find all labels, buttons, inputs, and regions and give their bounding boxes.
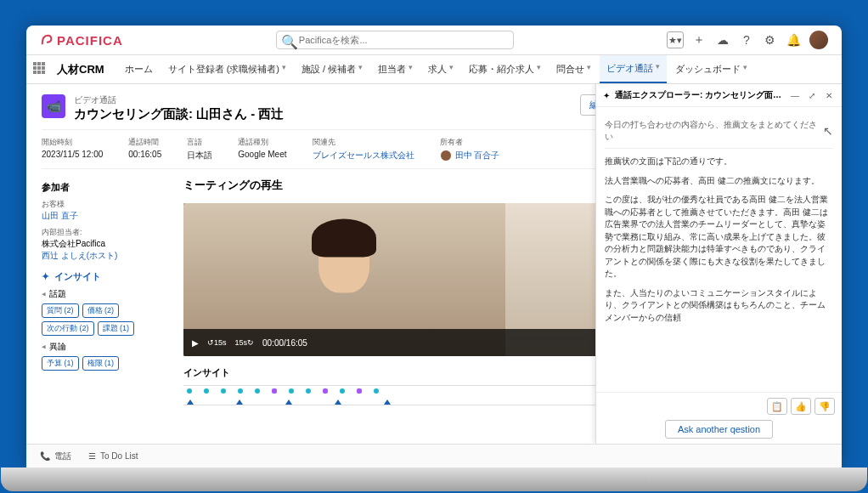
nav-apply[interactable]: 応募・紹介求人▾ — [462, 56, 548, 82]
cursor-icon: ↖ — [823, 124, 833, 138]
search-icon: 🔍 — [281, 34, 298, 50]
favorite-dropdown[interactable]: ★▾ — [667, 31, 684, 48]
objection-tag[interactable]: 権限 (1) — [82, 356, 120, 371]
chevron-down-icon: ▾ — [282, 63, 286, 76]
minimize-icon[interactable]: — — [789, 91, 801, 100]
host-link[interactable]: 西辻 よしえ(ホスト) — [42, 250, 173, 262]
customer-link[interactable]: 山田 直子 — [42, 210, 173, 222]
field-value-duration: 00:16:05 — [128, 150, 161, 159]
org-icon[interactable]: ☁ — [714, 31, 731, 48]
chevron-down-icon: ▾ — [537, 63, 541, 76]
owner-avatar-icon — [440, 150, 452, 162]
chevron-down-icon: ▾ — [449, 63, 454, 76]
objections-section-toggle[interactable]: ▾異論 — [42, 341, 173, 353]
topic-tag[interactable]: 課題 (1) — [98, 321, 135, 336]
topic-tag[interactable]: 質問 (2) — [42, 303, 79, 318]
chat-response-para: 推薦状の文面は下記の通りです。 — [605, 156, 833, 168]
participants-heading: 参加者 — [42, 181, 173, 194]
field-label-duration: 通話時間 — [128, 137, 161, 148]
app-logo: PACIFICA — [40, 33, 123, 48]
topic-tag[interactable]: 価格 (2) — [82, 303, 120, 318]
insights-heading: ✦インサイト — [42, 270, 173, 283]
rewind-15-icon[interactable]: ↺15s — [207, 338, 227, 347]
internal-label: 内部担当者: — [42, 227, 173, 238]
app-name: 人材CRM — [57, 62, 104, 77]
topics-section-toggle[interactable]: ▾話題 — [42, 288, 173, 300]
field-value-language: 日本語 — [187, 150, 212, 162]
play-icon[interactable]: ▶ — [192, 338, 199, 348]
chevron-down-icon: ▾ — [656, 62, 660, 75]
video-time: 00:00/16:05 — [262, 338, 307, 348]
sparkle-icon: ✦ — [603, 91, 610, 100]
chevron-down-icon: ▾ — [587, 63, 591, 76]
nav-video-call[interactable]: ビデオ通話▾ — [600, 55, 667, 83]
field-value-related[interactable]: ブレイズセールス株式会社 — [313, 150, 414, 162]
field-label-language: 言語 — [187, 137, 212, 148]
nav-contact[interactable]: 担当者▾ — [371, 56, 420, 82]
chat-response-para: 法人営業職への応募者、高田 健二の推薦文になります。 — [605, 175, 833, 188]
phone-icon: 📞 — [40, 451, 50, 461]
sparkle-icon: ✦ — [42, 271, 49, 282]
add-icon[interactable]: ＋ — [690, 31, 707, 48]
chat-response-para: また、人当たりのよいコミュニケーションスタイルにより、クライアントとの関係構築は… — [605, 287, 833, 325]
topic-tag[interactable]: 次の行動 (2) — [42, 321, 94, 336]
customer-label: お客様 — [42, 199, 173, 210]
settings-icon[interactable]: ⚙ — [762, 31, 779, 48]
field-value-start: 2023/11/5 12:00 — [42, 150, 103, 159]
ask-another-button[interactable]: Ask another qestion — [665, 420, 773, 439]
nav-inquiry[interactable]: 問合せ▾ — [550, 56, 598, 82]
thumbs-down-icon[interactable]: 👎 — [814, 398, 835, 415]
record-type-label: ビデオ通話 — [74, 94, 572, 106]
nav-home[interactable]: ホーム — [118, 56, 160, 82]
nav-job[interactable]: 求人▾ — [421, 56, 460, 82]
field-label-related: 関連先 — [313, 137, 414, 148]
field-value-owner[interactable]: 田中 百合子 — [440, 150, 500, 162]
chat-panel-title: 通話エクスプローラー: カウンセリング面談: 山田さ... — [615, 89, 784, 101]
field-value-calltype: Google Meet — [238, 150, 286, 159]
chevron-down-icon: ▾ — [743, 63, 747, 76]
user-avatar[interactable] — [809, 31, 828, 49]
record-title: カウンセリング面談: 山田さん - 西辻 — [74, 106, 572, 122]
chat-user-prompt: 今日の打ち合わせの内容から、推薦文をまとめてください ↖ — [605, 114, 833, 149]
notifications-icon[interactable]: 🔔 — [786, 31, 803, 48]
nav-facility[interactable]: 施設 / 候補者▾ — [295, 56, 369, 82]
record-type-icon: 📹 — [42, 94, 65, 118]
nav-site-reg[interactable]: サイト登録者 (求職候補者)▾ — [161, 56, 293, 82]
list-icon: ☰ — [88, 451, 96, 461]
copy-icon[interactable]: 📋 — [767, 398, 787, 415]
app-launcher-icon[interactable] — [33, 62, 48, 77]
global-search-input[interactable] — [276, 31, 514, 49]
chat-response-para: この度は、我が社の優秀な社員である高田 健二を法人営業職への応募者として推薦させ… — [605, 194, 833, 280]
field-label-owner: 所有者 — [440, 137, 500, 148]
field-label-calltype: 通話種別 — [238, 137, 286, 148]
nav-dashboard[interactable]: ダッシュボード▾ — [668, 56, 754, 82]
field-label-start: 開始時刻 — [42, 137, 103, 148]
timeline-label: インサイト — [183, 366, 230, 379]
footer-phone[interactable]: 📞電話 — [40, 450, 71, 462]
objection-tag[interactable]: 予算 (1) — [42, 356, 79, 371]
company-name: 株式会社Pacifica — [42, 238, 173, 250]
help-icon[interactable]: ? — [738, 31, 755, 48]
expand-icon[interactable]: ⤢ — [806, 91, 818, 100]
chevron-down-icon: ▾ — [358, 63, 363, 76]
thumbs-up-icon[interactable]: 👍 — [791, 398, 811, 415]
forward-15-icon[interactable]: 15s↻ — [235, 338, 255, 347]
playback-title: ミーティングの再生 — [183, 178, 283, 193]
footer-todo[interactable]: ☰To Do List — [88, 451, 138, 461]
chevron-down-icon: ▾ — [409, 63, 413, 76]
close-icon[interactable]: ✕ — [823, 91, 835, 100]
logo-icon — [40, 33, 54, 47]
